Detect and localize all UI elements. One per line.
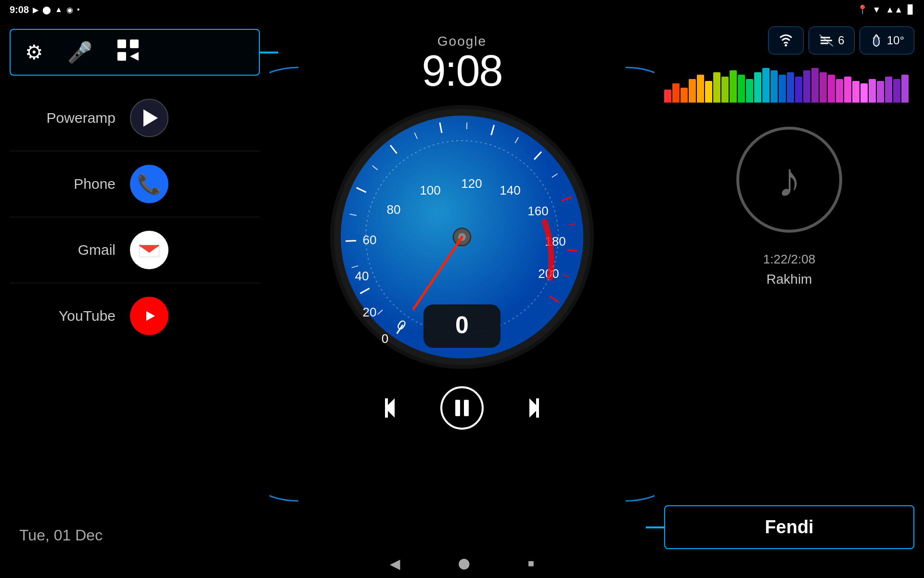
eq-bar [836,79,843,103]
status-right-icons: 📍 ▼ ▲▲ ▊ [857,4,914,15]
back-button[interactable]: ◀ [390,556,400,572]
eq-bar [860,83,868,103]
eq-bar [762,68,770,103]
pause-button[interactable] [440,386,484,430]
svg-rect-0 [117,39,126,48]
eq-bar [680,88,688,103]
svg-text:160: 160 [527,204,548,218]
eq-bar [664,90,671,103]
grid-icon[interactable] [116,39,140,66]
svg-line-12 [346,241,356,241]
eq-bar [730,70,737,103]
track-time: 1:22/2:08 [763,252,815,267]
svg-rect-2 [117,52,126,61]
speedometer-svg: 0 0 20 40 60 80 100 120 140 160 180 200 … [327,102,597,372]
speedometer-container: 0 0 20 40 60 80 100 120 140 160 180 200 … [327,102,597,372]
bottom-nav: ◀ ⬤ ■ [0,549,924,578]
app-icon-phone: 📞 [130,165,168,203]
next-button[interactable] [513,391,546,425]
svg-marker-3 [130,52,139,61]
app-item-poweramp[interactable]: Poweramp [10,85,260,151]
eq-bar [746,79,753,103]
gear-icon[interactable]: ⚙ [25,40,43,64]
recents-button[interactable]: ■ [528,557,534,570]
wifi-widget[interactable] [768,26,804,54]
temperature-widget[interactable]: 10° [860,26,914,54]
eq-bar [820,72,827,103]
eq-bar [672,83,680,103]
music-note-icon: ♪ [777,152,801,208]
eq-bar [705,81,712,103]
svg-rect-1 [130,39,139,48]
svg-point-53 [785,44,787,47]
dot-icon: • [77,5,80,14]
eq-bar [795,77,802,103]
pause-bar-left [455,400,460,416]
eq-bar [787,72,794,103]
svg-text:140: 140 [500,183,520,197]
app-label-gmail: Gmail [19,242,116,258]
svg-line-26 [467,122,467,129]
weather-row: 6 10° [654,19,924,59]
svg-text:40: 40 [355,269,369,283]
svg-rect-50 [385,398,388,418]
pause-icon [455,400,469,416]
eq-bar [828,75,835,103]
app-label-phone: Phone [19,176,116,192]
eq-bar [901,75,909,103]
track-artist: Rakhim [767,272,812,287]
top-controls-bar: ⚙ 🎤 [10,29,260,76]
ring-icon: ◉ [66,5,73,14]
eq-bar [754,72,761,103]
eq-bar [697,75,704,103]
eq-bar [885,77,892,103]
eq-bar [689,79,696,103]
prev-button[interactable] [378,391,411,425]
left-panel: ⚙ 🎤 Poweramp Phone 📞 [0,19,270,559]
temp-value: 10° [887,34,904,47]
app-icon-youtube [130,297,168,335]
status-left-icons: 9:08 ▶ ⬤ ▲ ◉ • [10,4,79,15]
mic-icon[interactable]: 🎤 [67,40,92,64]
eq-bar [713,72,720,103]
svg-text:20: 20 [363,305,377,319]
music-section: ♪ 1:22/2:08 Rakhim [654,107,924,496]
eq-bar [893,79,900,103]
wind-value: 6 [838,34,844,47]
home-button[interactable]: ⬤ [458,557,470,570]
svg-text:0: 0 [455,312,469,339]
app-item-phone[interactable]: Phone 📞 [10,151,260,217]
status-time: 9:08 [10,4,29,15]
wifi-icon: ▼ [873,5,881,15]
eq-bar [852,81,860,103]
eq-bar [869,79,876,103]
eq-bar [877,81,884,103]
app-icon-gmail [130,231,168,269]
app-label-youtube: YouTube [19,308,116,324]
wind-widget[interactable]: 6 [808,26,854,54]
app-item-gmail[interactable]: Gmail [10,217,260,283]
eq-bar [844,77,851,103]
media-controls [378,386,546,430]
signal-icon: ▲▲ [886,5,903,15]
app-item-youtube[interactable]: YouTube [10,283,260,349]
circle-icon: ⬤ [42,5,51,14]
app-label-poweramp: Poweramp [19,110,116,126]
pause-bar-right [464,400,469,416]
clock-display: 9:08 [422,49,502,92]
date-text: Tue, 01 Dec [19,526,103,544]
eq-bar [811,68,819,103]
status-bar: 9:08 ▶ ⬤ ▲ ◉ • 📍 ▼ ▲▲ ▊ [0,0,924,19]
app-icon-poweramp [130,99,168,137]
play-icon: ▶ [33,5,38,14]
equalizer-display [664,64,914,103]
svg-text:60: 60 [363,233,377,247]
google-clock-display: Google 9:08 [422,34,502,92]
triangle-icon: ▲ [55,5,63,14]
svg-rect-52 [536,398,539,418]
now-playing-banner[interactable]: Fendi [664,505,914,549]
eq-bar [721,77,729,103]
eq-bar [779,75,786,103]
svg-text:80: 80 [387,202,401,217]
eq-bar [738,75,745,103]
